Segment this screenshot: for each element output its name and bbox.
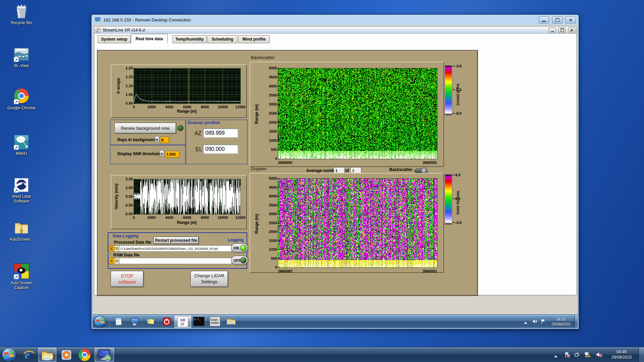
stop-software-button[interactable]: STOP software	[111, 271, 144, 287]
remote-tray-volume-icon[interactable]	[532, 319, 537, 325]
snr-value[interactable]: 1.002	[165, 151, 179, 158]
remote-taskbar-folder[interactable]	[223, 316, 239, 327]
raw-browse-button[interactable]	[114, 258, 119, 264]
remote-taskbar-command-prompt[interactable]: C:\_	[191, 316, 207, 327]
remote-tray-expand-icon[interactable]	[524, 320, 527, 324]
start-button[interactable]	[2, 348, 16, 362]
raw-logging-off-button[interactable]: OFF	[231, 256, 248, 265]
rdp-titlebar[interactable]: 192.168.0.150 - Remote Desktop Connectio…	[92, 15, 579, 25]
backscatter-heatmap-canvas	[278, 68, 437, 159]
change-lidar-settings-button[interactable]: Change LiDAR Settings	[191, 271, 228, 287]
remote-clock[interactable]: 04:50 29/08/2023	[548, 317, 574, 327]
taskbar-chrome[interactable]	[76, 348, 93, 362]
maximize-button[interactable]	[552, 16, 562, 23]
tick-label: -3.0	[453, 64, 462, 68]
taskbar-remote-desktop[interactable]	[95, 348, 114, 362]
tab-scheduling[interactable]: Scheduling	[207, 35, 237, 43]
desktop-icon-label: Auto Screen Capture	[3, 281, 40, 290]
desktop-icon-google-chrome[interactable]: Google Chrome	[3, 88, 40, 110]
app-titlebar[interactable]: StreamLine XR v14-6.vi	[94, 26, 577, 34]
desktop-icon-bl-view[interactable]: BL-View	[3, 46, 40, 68]
tick-label: 0.99	[111, 101, 136, 105]
el-value: 090.000	[203, 144, 238, 154]
snr-label: Display SNR threshold	[117, 152, 161, 156]
off-led	[240, 257, 247, 263]
taskbar-internet-explorer[interactable]: e	[20, 348, 38, 362]
rays-spinner[interactable]	[155, 136, 159, 142]
tick-label: 10000	[218, 105, 228, 109]
app-close-button[interactable]	[568, 27, 575, 33]
remote-show-desktop-button[interactable]	[574, 315, 578, 328]
on-led	[240, 245, 247, 251]
desktop-icon-recycle-bin[interactable]: Recycle Bin	[3, 3, 40, 25]
remote-start-button[interactable]	[94, 316, 106, 328]
desktop-icon-autoscreen-zip[interactable]: AutoScreen...	[3, 220, 40, 242]
backscatter-toggle[interactable]	[415, 169, 427, 173]
scanner-position-groupbox	[185, 120, 248, 164]
remote-tray-flag-icon[interactable]	[541, 319, 546, 325]
remote-taskbar-scan-scheduler[interactable]: Scan sched	[207, 316, 223, 327]
tray-action-center-icon[interactable]	[564, 352, 570, 359]
tick-label: 4.0	[453, 173, 460, 177]
tick-label: 5.00	[111, 177, 136, 181]
raw-path-field[interactable]	[119, 258, 232, 264]
desktop-icon-label: MW41	[3, 151, 40, 156]
velocity-plot: Velocity (m/s) Range (m) 5.002.500.00-2.…	[111, 175, 247, 229]
tray-network-icon[interactable]	[584, 352, 591, 359]
remote-taskbar-streamline-xr[interactable]: XR	[174, 316, 191, 328]
remote-taskbar-sticky-notes[interactable]	[142, 316, 159, 327]
desktop-icon-mw41[interactable]: MW41	[3, 134, 40, 156]
tick-label: -4.0	[453, 221, 462, 225]
average-number-label: Average number	[306, 168, 338, 173]
tick-label: 1500	[250, 129, 280, 133]
tab-system-setup[interactable]: System setup	[98, 35, 131, 43]
shortcut-arrow-icon	[14, 99, 19, 104]
remote-taskbar-notepad[interactable]	[110, 316, 127, 327]
processed-path-field[interactable]: C:\Lidar\Data\Proc\2023\202308\20230829\…	[119, 245, 232, 252]
tick-label: 12000	[235, 105, 246, 109]
tab-wind-profile[interactable]: Wind profile	[238, 35, 270, 43]
remote-taskbar-system-panel[interactable]	[126, 316, 143, 327]
minimize-button[interactable]	[539, 16, 549, 23]
renew-background-button[interactable]: Renew background now	[114, 123, 176, 133]
tab-temp-humidity[interactable]: Temp/humidity	[172, 35, 207, 43]
tick-label: 2665591	[278, 161, 437, 165]
rays-value[interactable]: 8	[160, 137, 169, 143]
snr-spinner[interactable]	[160, 150, 164, 157]
tray-expand-icon[interactable]	[554, 354, 557, 357]
tab-bar: System setup Real time data Temp/humidit…	[94, 34, 577, 43]
restart-processed-button[interactable]: Restart processed file	[154, 237, 199, 244]
processed-browse-button[interactable]	[114, 245, 119, 252]
backscatter-heatmap: Range (m) 500045004000350030002500200015…	[250, 62, 444, 167]
raw-file-label: RAW Data file	[113, 253, 140, 257]
taskbar-windows-explorer[interactable]	[38, 348, 56, 362]
tick-label: 4500	[250, 185, 280, 189]
tray-volume-muted-icon[interactable]	[596, 352, 602, 359]
tick-label: 4000	[250, 194, 280, 198]
auto-screen-capture-icon	[13, 263, 30, 280]
tick-label: 500	[250, 147, 280, 152]
show-desktop-button[interactable]	[639, 347, 644, 362]
processed-file-label: Processed Data file	[114, 240, 151, 245]
tick-label: -5.5	[453, 88, 462, 92]
app-restore-button[interactable]	[558, 27, 566, 33]
taskbar-media-player[interactable]	[58, 348, 75, 362]
tick-label: 8000	[201, 105, 209, 109]
clock[interactable]: 04:49 29/08/2023	[606, 350, 637, 360]
processed-logging-on-button[interactable]: ON	[231, 243, 248, 252]
doppler-heatmap-canvas	[278, 178, 437, 268]
tick-label: 2000	[148, 216, 156, 220]
tick-label: 3500	[250, 203, 280, 207]
app-minimize-button[interactable]	[549, 27, 556, 33]
az-value: 089.999	[203, 128, 238, 138]
desktop-icon-wind-lidar[interactable]: Wind Lidar Software	[3, 177, 40, 204]
tick-label: 10000	[218, 216, 228, 220]
tab-real-time-data[interactable]: Real time data	[131, 34, 168, 44]
desktop-icon-auto-screen-capture[interactable]: Auto Screen Capture	[3, 263, 40, 290]
doppler-title: Doppler	[251, 166, 267, 171]
remote-taskbar-stop-power[interactable]	[158, 316, 175, 327]
tray-power-icon[interactable]	[574, 352, 580, 359]
app-window: StreamLine XR v14-6.vi System setup Real…	[94, 26, 577, 295]
tick-label: 8000	[201, 216, 209, 220]
close-button[interactable]	[566, 16, 576, 23]
